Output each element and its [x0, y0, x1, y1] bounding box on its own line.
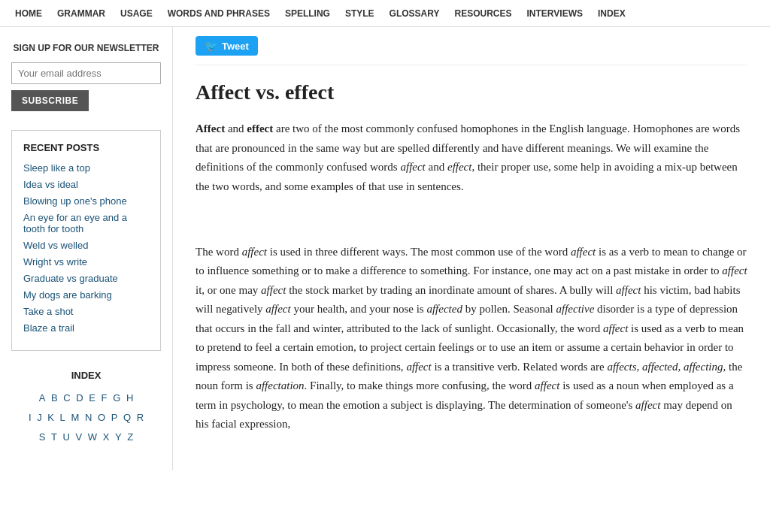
index-letter-f[interactable]: F: [102, 392, 108, 404]
index-letter-n[interactable]: N: [85, 412, 92, 423]
index-row: A B C D E F G H: [11, 388, 161, 408]
article-paragraph-1: Affect and effect are two of the most co…: [196, 119, 747, 196]
recent-post-link[interactable]: Wright vs write: [23, 256, 149, 268]
index-letter-g[interactable]: G: [113, 392, 120, 404]
recent-post-link[interactable]: Idea vs ideal: [23, 179, 149, 190]
recent-post-link[interactable]: Blowing up one's phone: [23, 195, 149, 207]
twitter-bird-icon: 🐦: [205, 40, 217, 52]
recent-post-link[interactable]: Sleep like a top: [23, 162, 149, 174]
index-letter-p[interactable]: P: [111, 412, 118, 423]
index-letter-u[interactable]: U: [63, 431, 70, 443]
index-letter-v[interactable]: V: [76, 431, 83, 443]
recent-post-link[interactable]: Blaze a trail: [23, 322, 149, 334]
tweet-label: Tweet: [222, 41, 249, 52]
index-letter-b[interactable]: B: [51, 392, 58, 404]
index-letter-y[interactable]: Y: [115, 431, 122, 443]
index-links: A B C D E F G H I J K L M N O P Q R S T …: [11, 388, 161, 447]
index-letter-l[interactable]: L: [60, 412, 65, 423]
top-nav: HOMEGRAMMARUSAGEWORDS AND PHRASESSPELLIN…: [0, 0, 770, 27]
recent-post-link[interactable]: An eye for an eye and a tooth for tooth: [23, 212, 149, 234]
index-letter-t[interactable]: T: [51, 431, 57, 443]
recent-post-link[interactable]: Take a shot: [23, 306, 149, 317]
index-letter-q[interactable]: Q: [123, 412, 131, 423]
recent-post-link[interactable]: My dogs are barking: [23, 289, 149, 301]
index-title: INDEX: [11, 370, 161, 381]
index-letter-c[interactable]: C: [63, 392, 70, 404]
article-paragraph-spacer: [196, 210, 747, 229]
index-letter-h[interactable]: H: [126, 392, 133, 404]
nav-item-home[interactable]: HOME: [8, 8, 50, 19]
nav-item-usage[interactable]: USAGE: [113, 8, 160, 19]
main-content: 🐦 Tweet Affect vs. effect Affect and eff…: [173, 27, 770, 470]
index-row: S T U V W X Y Z: [11, 428, 161, 447]
article-paragraph-2: The word affect is used in three differe…: [196, 243, 747, 434]
index-letter-z[interactable]: Z: [127, 431, 133, 443]
index-letter-s[interactable]: S: [39, 431, 46, 443]
recent-post-link[interactable]: Graduate vs graduate: [23, 273, 149, 284]
subscribe-button[interactable]: SUBSCRIBE: [11, 90, 89, 111]
index-letter-r[interactable]: R: [137, 412, 144, 423]
tweet-button[interactable]: 🐦 Tweet: [196, 36, 258, 56]
nav-item-words-and-phrases[interactable]: WORDS AND PHRASES: [160, 8, 277, 19]
index-letter-k[interactable]: K: [47, 412, 54, 423]
tweet-bar: 🐦 Tweet: [196, 27, 747, 65]
email-input[interactable]: [11, 62, 161, 84]
index-row: I J K L M N O P Q R: [11, 408, 161, 428]
recent-posts-links: Sleep like a topIdea vs idealBlowing up …: [23, 162, 149, 334]
index-letter-e[interactable]: E: [89, 392, 95, 404]
index-letter-m[interactable]: M: [71, 412, 79, 423]
index-letter-w[interactable]: W: [88, 431, 97, 443]
nav-item-interviews[interactable]: INTERVIEWS: [520, 8, 590, 19]
newsletter-section: SIGN UP FOR OUR NEWSLETTER SUBSCRIBE: [11, 42, 161, 111]
article-title: Affect vs. effect: [196, 80, 747, 104]
nav-item-spelling[interactable]: SPELLING: [277, 8, 338, 19]
recent-post-link[interactable]: Weld vs welled: [23, 240, 149, 251]
index-letter-x[interactable]: X: [103, 431, 110, 443]
nav-item-index[interactable]: INDEX: [590, 8, 633, 19]
index-letter-i[interactable]: I: [29, 412, 32, 423]
recent-posts-title: RECENT POSTS: [23, 142, 149, 153]
index-letter-d[interactable]: D: [76, 392, 83, 404]
index-section: INDEX A B C D E F G H I J K L M N O P Q …: [11, 370, 161, 447]
nav-item-resources[interactable]: RESOURCES: [447, 8, 520, 19]
index-letter-j[interactable]: J: [37, 412, 42, 423]
article-body: Affect vs. effect Affect and effect are …: [196, 80, 747, 434]
sidebar: SIGN UP FOR OUR NEWSLETTER SUBSCRIBE REC…: [0, 27, 173, 470]
nav-item-style[interactable]: STYLE: [338, 8, 382, 19]
nav-item-grammar[interactable]: GRAMMAR: [50, 8, 113, 19]
index-letter-a[interactable]: A: [39, 392, 46, 404]
index-letter-o[interactable]: O: [98, 412, 105, 423]
newsletter-label: SIGN UP FOR OUR NEWSLETTER: [11, 42, 161, 55]
nav-item-glossary[interactable]: GLOSSARY: [382, 8, 447, 19]
recent-posts-section: RECENT POSTS Sleep like a topIdea vs ide…: [11, 130, 161, 351]
